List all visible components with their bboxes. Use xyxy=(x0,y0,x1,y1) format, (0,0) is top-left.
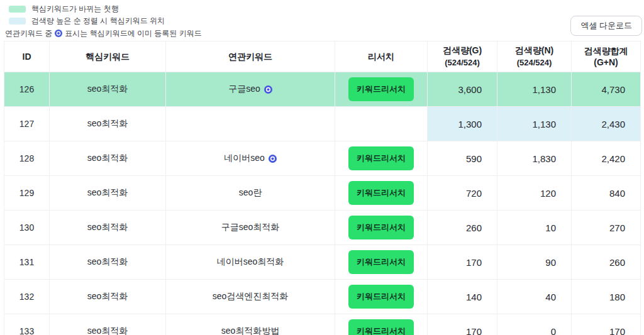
table-row: 128 seo최적화 네이버seo 키워드리서치 590 1,830 2,420 xyxy=(4,141,641,176)
table-row: 126 seo최적화 구글seo 키워드리서치 3,600 1,130 4,73… xyxy=(4,72,641,107)
cell-volume-g: 590 xyxy=(428,141,497,176)
legend-note-suffix: 표시는 핵심키워드에 이미 등록된 키워드 xyxy=(65,28,201,39)
cell-research xyxy=(335,107,428,141)
cell-core-keyword: seo최적화 xyxy=(50,107,166,141)
cell-volume-total: 2,420 xyxy=(572,141,641,176)
cell-research: 키워드리서치 xyxy=(335,211,428,245)
cell-research: 키워드리서치 xyxy=(335,141,428,176)
cell-volume-n: 1,130 xyxy=(497,107,572,141)
cell-id: 131 xyxy=(4,245,50,280)
related-keyword-label: 구글seo xyxy=(228,84,260,95)
cell-volume-n: 90 xyxy=(497,245,572,280)
cell-volume-n: 1,830 xyxy=(497,141,572,176)
registered-mark-icon xyxy=(55,30,62,37)
cell-related-keyword: seo검색엔진최적화 xyxy=(166,280,335,314)
cell-id: 126 xyxy=(4,72,50,107)
cell-volume-n: 40 xyxy=(497,280,572,314)
keyword-research-button[interactable]: 키워드리서치 xyxy=(348,146,414,170)
related-keyword-label: seo란 xyxy=(239,187,262,199)
cell-volume-g: 140 xyxy=(428,280,497,314)
table-row: 131 seo최적화 네이버seo최적화 키워드리서치 170 90 260 xyxy=(4,245,641,280)
cell-related-keyword: 구글seo최적화 xyxy=(166,211,335,245)
registered-icon xyxy=(264,85,272,94)
related-keyword-label: 네이버seo xyxy=(224,153,265,164)
cell-volume-g: 170 xyxy=(428,245,497,280)
keyword-research-button[interactable]: 키워드리서치 xyxy=(348,285,414,309)
cell-volume-total: 2,430 xyxy=(572,107,641,141)
related-keyword-label: 네이버seo최적화 xyxy=(217,256,284,268)
table-body: 126 seo최적화 구글seo 키워드리서치 3,600 1,130 4,73… xyxy=(4,72,641,335)
green-swatch xyxy=(9,6,26,13)
cell-volume-g: 720 xyxy=(428,176,497,211)
col-header-volume-n: 검색량(N) (524/524) xyxy=(497,41,572,72)
keyword-table: ID 핵심키워드 연관키워드 리서치 검색량(G) (524/524) 검색량(… xyxy=(4,41,641,335)
legend: 핵심키워드가 바뀌는 첫행 검색량 높은 순 정렬 시 핵심키워드 위치 연관키… xyxy=(9,3,202,39)
cell-volume-n: 1,130 xyxy=(497,72,572,107)
keyword-research-button[interactable]: 키워드리서치 xyxy=(348,216,414,239)
col-header-core-keyword: 핵심키워드 xyxy=(50,41,166,72)
cell-volume-total: 260 xyxy=(572,245,641,280)
cell-research: 키워드리서치 xyxy=(335,314,428,335)
legend-note-prefix: 연관키워드 중 xyxy=(5,28,52,39)
table-row: 132 seo최적화 seo검색엔진최적화 키워드리서치 140 40 180 xyxy=(4,280,641,314)
keyword-research-button[interactable]: 키워드리서치 xyxy=(348,77,414,101)
cell-volume-g: 170 xyxy=(428,314,497,335)
cell-research: 키워드리서치 xyxy=(335,72,428,107)
legend-item-green: 핵심키워드가 바뀌는 첫행 xyxy=(9,3,202,14)
cell-core-keyword: seo최적화 xyxy=(50,211,166,245)
col-header-related-keyword: 연관키워드 xyxy=(166,41,335,72)
related-keyword-label: seo최적화방법 xyxy=(221,326,280,335)
cell-volume-total: 170 xyxy=(572,314,641,335)
cell-related-keyword: seo란 xyxy=(166,176,335,211)
cell-volume-total: 840 xyxy=(572,176,641,211)
legend-item-label: 검색량 높은 순 정렬 시 핵심키워드 위치 xyxy=(31,16,165,26)
cell-volume-g: 1,300 xyxy=(428,107,497,141)
cell-volume-g: 260 xyxy=(428,211,497,245)
legend-note: 연관키워드 중 표시는 핵심키워드에 이미 등록된 키워드 xyxy=(5,28,202,39)
cell-id: 132 xyxy=(4,280,50,314)
cell-related-keyword: seo최적화방법 xyxy=(166,314,335,335)
col-header-research: 리서치 xyxy=(335,41,428,72)
cell-related-keyword xyxy=(166,107,335,141)
related-keyword-label: seo검색엔진최적화 xyxy=(213,291,289,302)
col-header-volume-g: 검색량(G) (524/524) xyxy=(428,41,497,72)
blue-swatch xyxy=(9,18,26,25)
table-row: 133 seo최적화 seo최적화방법 키워드리서치 170 0 170 xyxy=(4,314,641,335)
legend-item-label: 핵심키워드가 바뀌는 첫행 xyxy=(31,4,119,14)
cell-core-keyword: seo최적화 xyxy=(50,141,166,176)
cell-core-keyword: seo최적화 xyxy=(50,280,166,314)
cell-volume-n: 120 xyxy=(497,176,572,211)
cell-id: 133 xyxy=(4,314,50,335)
cell-related-keyword: 네이버seo최적화 xyxy=(166,245,335,280)
cell-core-keyword: seo최적화 xyxy=(50,314,166,335)
table-row: 129 seo최적화 seo란 키워드리서치 720 120 840 xyxy=(4,176,641,211)
excel-download-button[interactable]: 엑셀 다운로드 xyxy=(570,16,642,36)
cell-research: 키워드리서치 xyxy=(335,245,428,280)
col-header-volume-total: 검색량합계(G+N) xyxy=(572,41,641,72)
keyword-research-button[interactable]: 키워드리서치 xyxy=(348,181,414,205)
cell-core-keyword: seo최적화 xyxy=(50,72,166,107)
cell-related-keyword: 구글seo xyxy=(166,72,335,107)
cell-core-keyword: seo최적화 xyxy=(50,176,166,211)
cell-volume-n: 0 xyxy=(497,314,572,335)
cell-volume-n: 10 xyxy=(497,211,572,245)
keyword-research-button[interactable]: 키워드리서치 xyxy=(348,319,414,335)
cell-volume-total: 4,730 xyxy=(572,72,641,107)
cell-research: 키워드리서치 xyxy=(335,176,428,211)
cell-volume-g: 3,600 xyxy=(428,72,497,107)
cell-id: 127 xyxy=(4,107,50,141)
cell-id: 130 xyxy=(4,211,50,245)
keyword-research-button[interactable]: 키워드리서치 xyxy=(348,250,414,274)
cell-related-keyword: 네이버seo xyxy=(166,141,335,176)
legend-item-blue: 검색량 높은 순 정렬 시 핵심키워드 위치 xyxy=(9,15,202,26)
table-row: 127 seo최적화 1,300 1,130 2,430 xyxy=(4,107,641,141)
cell-volume-total: 270 xyxy=(572,211,641,245)
cell-id: 128 xyxy=(4,141,50,176)
table-row: 130 seo최적화 구글seo최적화 키워드리서치 260 10 270 xyxy=(4,211,641,245)
cell-research: 키워드리서치 xyxy=(335,280,428,314)
cell-id: 129 xyxy=(4,176,50,211)
table-header-row: ID 핵심키워드 연관키워드 리서치 검색량(G) (524/524) 검색량(… xyxy=(4,41,641,72)
related-keyword-label: 구글seo최적화 xyxy=(221,222,280,233)
cell-core-keyword: seo최적화 xyxy=(50,245,166,280)
cell-volume-total: 180 xyxy=(572,280,641,314)
